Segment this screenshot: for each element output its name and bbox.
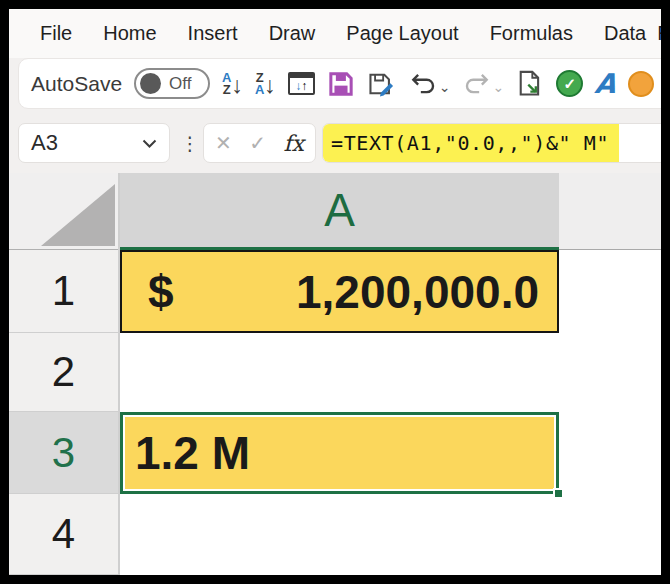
name-box[interactable]: A3	[18, 123, 170, 163]
quick-access-toolbar: AutoSave Off A Z ↓ Z A ↓	[18, 58, 661, 109]
sort-za-icon: Z A	[255, 72, 264, 96]
blue-a-icon: A	[594, 70, 618, 97]
row-header-4[interactable]: 4	[9, 494, 118, 575]
autosave-label: AutoSave	[31, 72, 122, 96]
formula-bar-row: A3 ⋮ ✕ ✓ fx =TEXT(A1,"0.0,,")&" M"	[9, 118, 661, 170]
menu-insert[interactable]: Insert	[188, 22, 238, 45]
menu-data[interactable]: Data	[604, 22, 646, 45]
chevron-down-icon[interactable]	[142, 139, 157, 148]
sort-az-icon: A Z	[222, 72, 231, 96]
sort-descending-button[interactable]: Z A ↓	[255, 72, 276, 96]
menu-page-layout[interactable]: Page Layout	[346, 22, 458, 45]
row-header-2[interactable]: 2	[9, 333, 118, 412]
autosave-state: Off	[169, 74, 191, 94]
export-document-button[interactable]	[516, 69, 544, 98]
draw-letter-button[interactable]: A	[595, 70, 616, 97]
undo-icon	[409, 71, 437, 97]
document-export-icon	[516, 69, 544, 98]
cell-reference: A3	[31, 130, 58, 156]
row-header-1[interactable]: 1	[9, 250, 118, 333]
toolbar-row: AutoSave Off A Z ↓ Z A ↓	[9, 58, 661, 118]
check-status-button[interactable]: ✓	[556, 70, 583, 97]
row-header-3[interactable]: 3	[9, 412, 118, 494]
chevron-down-icon[interactable]: ⌄	[493, 77, 505, 97]
menu-draw[interactable]: Draw	[269, 22, 316, 45]
menu-review[interactable]: Review	[657, 22, 661, 45]
fill-handle[interactable]	[553, 488, 564, 499]
switch-windows-button[interactable]: ↓ ↑	[288, 72, 315, 95]
cancel-icon[interactable]: ✕	[215, 131, 232, 155]
column-header-a[interactable]: A	[120, 173, 559, 250]
select-all-triangle-icon	[41, 184, 115, 246]
menu-home[interactable]: Home	[103, 22, 156, 45]
toggle-knob-icon	[140, 73, 161, 94]
save-icon	[327, 70, 355, 98]
sort-ascending-button[interactable]: A Z ↓	[222, 72, 243, 96]
save-edit-icon	[367, 70, 397, 98]
cell-a3-selected[interactable]: 1.2 M	[120, 412, 559, 494]
cell-a1-value: 1,200,000.0	[296, 265, 539, 319]
green-check-icon: ✓	[556, 70, 583, 97]
save-as-button[interactable]	[367, 70, 397, 98]
redo-icon	[463, 71, 491, 97]
enter-icon[interactable]: ✓	[249, 131, 266, 155]
formula-input[interactable]: =TEXT(A1,"0.0,,")&" M"	[322, 123, 661, 163]
name-box-resize-handle[interactable]: ⋮	[181, 123, 199, 163]
autosave-toggle[interactable]: Off	[134, 68, 210, 99]
cell-a1[interactable]: $ 1,200,000.0	[120, 250, 559, 333]
down-arrow-icon: ↓	[264, 74, 276, 96]
menu-formulas[interactable]: Formulas	[490, 22, 573, 45]
select-all-corner[interactable]	[9, 173, 118, 250]
window-arrows-icon: ↓ ↑	[288, 72, 315, 95]
insert-function-icon[interactable]: fx	[283, 131, 304, 156]
chevron-down-icon[interactable]: ⌄	[439, 77, 451, 97]
account-avatar[interactable]	[628, 71, 654, 97]
save-button[interactable]	[327, 70, 355, 98]
redo-button[interactable]: ⌄	[463, 71, 505, 97]
down-arrow-icon: ↓	[231, 74, 243, 96]
undo-button[interactable]: ⌄	[409, 71, 451, 97]
excel-window: File Home Insert Draw Page Layout Formul…	[9, 9, 661, 575]
formula-buttons: ✕ ✓ fx	[203, 123, 316, 163]
menu-file[interactable]: File	[40, 22, 72, 45]
cell-a3-value: 1.2 M	[135, 426, 250, 480]
column-header-area	[559, 173, 661, 250]
spreadsheet-grid: A 1 2 3 4 $ 1,200,000.0 1.2 M	[9, 170, 661, 575]
currency-symbol: $	[148, 265, 174, 319]
formula-text: =TEXT(A1,"0.0,,")&" M"	[323, 124, 619, 162]
menu-bar: File Home Insert Draw Page Layout Formul…	[9, 9, 661, 58]
